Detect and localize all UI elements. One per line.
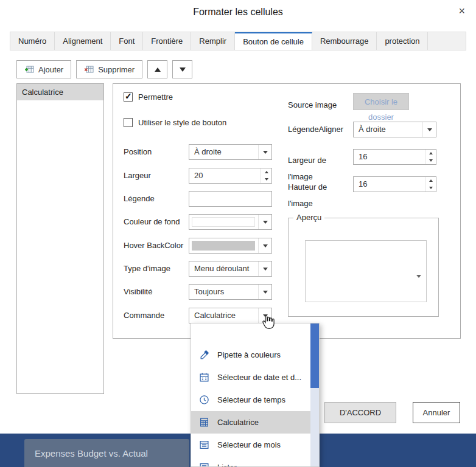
image-width-value: 16 <box>359 150 367 164</box>
dropdown-item-label: Sélecteur de mois <box>217 440 281 449</box>
spin-down-icon[interactable] <box>425 184 436 192</box>
popup-scrollbar[interactable] <box>310 323 319 466</box>
close-icon[interactable]: × <box>458 5 465 16</box>
move-up-button[interactable] <box>147 60 167 78</box>
image-type-combobox[interactable]: Menu déroulant <box>189 261 272 277</box>
spin-up-icon[interactable] <box>425 177 436 184</box>
dropdown-item-calculator[interactable]: Calculatrice <box>191 411 310 434</box>
month-calendar-icon <box>199 440 209 450</box>
image-height-label: Hauteur de l'image <box>288 179 337 212</box>
chevron-down-icon <box>258 285 271 299</box>
choose-folder-button[interactable]: Choisir le <box>353 93 409 110</box>
button-style-checkbox-label: Utiliser le style de bouton <box>138 118 226 127</box>
calendar-icon <box>199 372 209 382</box>
preview-cell <box>305 240 427 302</box>
sheet-title: Expenses Budget vs. Actual <box>35 448 148 458</box>
dropdown-item-time-picker[interactable]: Sélecteur de temps <box>191 389 310 411</box>
spinner-buttons[interactable] <box>425 177 436 192</box>
chevron-down-icon <box>258 145 271 159</box>
chevron-down-icon <box>258 308 271 323</box>
dropdown-item-list[interactable]: Lister <box>191 456 310 466</box>
command-label: Commande <box>124 308 164 323</box>
preview-groupbox: Aperçu <box>288 218 439 317</box>
chevron-down-icon <box>258 238 271 253</box>
image-source-label: Source image <box>288 97 337 113</box>
preview-dropdown-arrow-icon <box>416 269 421 280</box>
spin-down-icon[interactable] <box>425 157 436 164</box>
tab-numero[interactable]: Numéro <box>10 32 55 50</box>
cancel-button[interactable]: Annuler <box>413 402 460 423</box>
cell-button-list: Calculatrice <box>16 83 104 394</box>
backcolor-swatch <box>192 217 255 227</box>
tab-font[interactable]: Font <box>111 32 143 50</box>
preview-groupbox-label: Aperçu <box>293 213 324 222</box>
ok-button[interactable]: D'ACCORD <box>324 402 396 423</box>
command-value: Calculatrice <box>194 308 236 323</box>
screen: Expenses Budget vs. Actual Formater les … <box>0 0 476 467</box>
chevron-down-icon <box>422 122 436 137</box>
command-dropdown-list: Pipette à couleurs Sélecteur de date et … <box>191 323 310 466</box>
chevron-down-icon <box>258 215 271 229</box>
scrollbar-thumb[interactable] <box>310 323 319 388</box>
command-dropdown-popup: Pipette à couleurs Sélecteur de date et … <box>191 323 320 467</box>
choose-folder-label-line1: Choisir le <box>365 97 397 106</box>
button-style-checkbox[interactable] <box>124 118 133 127</box>
dropdown-item-date-picker[interactable]: Sélecteur de date et d... <box>191 366 310 389</box>
dropdown-item-label: Pipette à couleurs <box>217 350 281 359</box>
delete-button[interactable]: Supprimer <box>76 60 142 78</box>
image-type-label: Type d'image <box>124 261 170 277</box>
tab-remplir[interactable]: Remplir <box>191 32 235 50</box>
tab-bouton-de-cellule[interactable]: Bouton de cellule <box>235 32 312 50</box>
delete-table-icon <box>84 64 94 74</box>
caption-input[interactable] <box>189 191 272 207</box>
caption-align-value: À droite <box>359 122 386 137</box>
dropdown-item-label: Lister <box>217 463 237 466</box>
add-button[interactable]: Ajouter <box>16 60 71 78</box>
spinner-buttons[interactable] <box>425 150 436 164</box>
caption-align-combobox[interactable]: À droite <box>353 122 436 137</box>
spinner-buttons[interactable] <box>261 168 271 183</box>
spin-up-icon[interactable] <box>425 150 436 157</box>
tab-rembourrage[interactable]: Rembourrage <box>312 32 377 50</box>
up-arrow-icon <box>155 67 161 72</box>
tab-bar: Numéro Alignement Font Frontière Remplir… <box>10 32 466 50</box>
hover-backcolor-combobox[interactable] <box>189 238 272 254</box>
visibility-combobox[interactable]: Toujours <box>189 284 272 300</box>
move-down-button[interactable] <box>172 60 192 78</box>
clock-icon <box>199 395 209 405</box>
caption-align-label: LégendeAligner <box>288 122 343 137</box>
sheet-title-panel: Expenses Budget vs. Actual <box>24 439 189 467</box>
spin-down-icon[interactable] <box>261 176 271 183</box>
allow-checkbox-row: Permettre <box>124 92 173 102</box>
eyedropper-icon <box>199 350 209 360</box>
image-height-value: 16 <box>359 177 367 192</box>
add-table-icon <box>24 64 34 74</box>
chevron-down-icon <box>258 261 271 276</box>
visibility-value: Toujours <box>194 285 224 299</box>
image-type-value: Menu déroulant <box>194 261 249 276</box>
list-item-calculatrice[interactable]: Calculatrice <box>17 84 103 100</box>
width-value: 20 <box>194 168 203 183</box>
command-combobox[interactable]: Calculatrice <box>189 308 272 323</box>
dialog-title: Formater les cellules <box>0 7 476 18</box>
hover-backcolor-swatch <box>192 241 255 251</box>
image-height-spinner[interactable]: 16 <box>353 176 436 192</box>
backcolor-combobox[interactable] <box>189 214 272 230</box>
tab-frontiere[interactable]: Frontière <box>143 32 191 50</box>
dropdown-item-color-picker[interactable]: Pipette à couleurs <box>191 344 310 366</box>
dropdown-item-label: Sélecteur de date et d... <box>217 373 301 382</box>
position-combobox[interactable]: À droite <box>189 144 272 160</box>
backcolor-label: Couleur de fond <box>124 214 180 230</box>
visibility-label: Visibilité <box>124 284 152 300</box>
delete-button-label: Supprimer <box>98 65 135 74</box>
allow-checkbox[interactable] <box>124 92 133 102</box>
caption-label: Légende <box>124 191 155 207</box>
cell-button-settings-panel: Permettre Utiliser le style de bouton Po… <box>113 83 461 339</box>
image-width-spinner[interactable]: 16 <box>353 149 436 165</box>
tab-protection[interactable]: protection <box>377 32 428 50</box>
position-value: À droite <box>194 145 222 159</box>
tab-alignement[interactable]: Alignement <box>55 32 111 50</box>
width-spinner[interactable]: 20 <box>189 168 272 184</box>
dropdown-item-month-picker[interactable]: Sélecteur de mois <box>191 434 310 456</box>
spin-up-icon[interactable] <box>261 168 271 176</box>
